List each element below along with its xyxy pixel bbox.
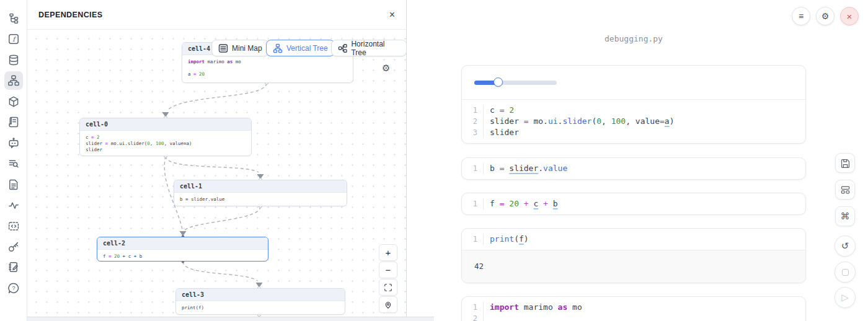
run-button[interactable]: ▷ (835, 287, 856, 308)
view-button-label: Horizontal Tree (351, 40, 400, 57)
edge-cell-0-to-cell-1 (166, 156, 259, 172)
tracing-icon (7, 199, 20, 211)
notebook-menu-button[interactable]: ≡ (792, 7, 810, 25)
dependency-graph-canvas[interactable]: cell-4import marimo as mo a = 20cell-0c … (27, 30, 407, 317)
code-token: , (601, 117, 611, 126)
sidebar-item-dependency-graph[interactable] (4, 71, 23, 90)
zoom-out-button[interactable]: − (379, 262, 397, 278)
b-cell[interactable]: 1b = slider.value (461, 157, 806, 180)
sidebar-item-notebook-edit[interactable] (4, 258, 23, 276)
print-cell[interactable]: 1print(f)42 (461, 228, 806, 283)
code-token: 100 (156, 141, 164, 146)
dependencies-title: DEPENDENCIES (38, 11, 102, 19)
sidebar-item-search-list[interactable] (4, 154, 23, 173)
code-token: a (188, 71, 193, 77)
code-token: = (91, 134, 97, 140)
notebook-settings-button[interactable]: ⚙ (816, 7, 835, 25)
code-token: = (108, 253, 114, 259)
graph-node-cell-0[interactable]: cell-0c = 2slider = mo.ui.slider(0, 100,… (79, 118, 252, 156)
horizontal-tree-icon (338, 43, 347, 53)
slider-cell[interactable]: 1c = 22slider = mo.ui.slider(0, 100, val… (461, 65, 806, 144)
center-view-button[interactable] (379, 296, 397, 313)
shutdown-button[interactable]: × (840, 7, 859, 25)
fit-view-button[interactable] (379, 279, 397, 296)
code-token: marimo (524, 302, 558, 312)
code-token: ui (548, 117, 558, 126)
sidebar-item-packages[interactable] (4, 92, 23, 111)
slider-track[interactable] (474, 81, 557, 85)
sidebar-item-file-tree[interactable] (4, 9, 23, 28)
code-text: import marimo as mo (483, 302, 582, 313)
sidebar-item-chat[interactable] (4, 134, 23, 152)
sidebar-item-variables[interactable]: f (4, 30, 23, 48)
code-token: 20 (509, 199, 523, 208)
graph-node-code: c = 2slider = mo.ui.slider(0, 100, value… (80, 131, 251, 156)
code-editor-area[interactable]: 1print(f) (462, 229, 805, 250)
code-editor-area[interactable]: 1b = slider.value (462, 158, 805, 179)
save-button[interactable] (835, 153, 855, 173)
code-token: 2 (509, 105, 514, 115)
sidebar-item-scratchpad[interactable] (4, 217, 23, 235)
code-token: 0 (596, 117, 601, 126)
sidebar-item-tracing[interactable] (4, 196, 23, 214)
code-line: 1c = 2 (462, 105, 805, 116)
code-token: ) (524, 234, 529, 244)
zoom-in-button[interactable]: + (379, 244, 397, 261)
code-token: slider (490, 117, 524, 126)
horizontal-tree-button[interactable]: Horizontal Tree (331, 40, 407, 56)
snippets-icon (7, 178, 20, 191)
code-token: ) (670, 117, 675, 126)
close-icon[interactable]: × (389, 10, 395, 20)
dependency-graph-icon (7, 74, 20, 87)
code-editor-area[interactable]: 1import marimo as mo2 (462, 297, 805, 321)
svg-text:f: f (12, 36, 17, 43)
code-token (538, 199, 543, 208)
secrets-icon (7, 240, 20, 253)
import-cell[interactable]: 1import marimo as mo2 (461, 296, 806, 321)
code-editor-area[interactable]: 1c = 22slider = mo.ui.slider(0, 100, val… (462, 100, 805, 143)
sidebar-item-snippets[interactable] (4, 175, 23, 194)
sidebar-item-secrets[interactable] (4, 237, 23, 256)
sidebar-item-logs[interactable] (4, 113, 23, 131)
logs-icon (7, 116, 20, 128)
minimap-icon (218, 43, 228, 53)
graph-node-title: cell-1 (174, 180, 347, 193)
code-token: = (500, 199, 510, 208)
line-number: 1 (462, 234, 483, 245)
code-token: 20 (114, 253, 120, 259)
mini-map-button[interactable]: Mini Map (211, 40, 269, 56)
dependencies-header: DEPENDENCIES × (27, 0, 406, 30)
sidebar-item-help[interactable]: ? (4, 279, 23, 297)
graph-node-cell-1[interactable]: cell-1b = slider.value (174, 180, 347, 206)
graph-node-cell-2[interactable]: cell-2f = 20 + c + b (97, 237, 268, 262)
code-token: f (490, 199, 500, 208)
code-text: f = 20 + c + b (483, 198, 558, 209)
interrupt-button[interactable] (835, 262, 856, 283)
undo-button[interactable]: ↺ (835, 235, 856, 257)
layout-button[interactable] (835, 180, 855, 200)
graph-node-code: b = slider.value (174, 193, 347, 206)
notebook-editor: debugging.py ≡⚙×1c = 22slider = mo.ui.sl… (407, 0, 868, 321)
file-tree-icon (7, 12, 20, 25)
fit-view-icon (384, 283, 392, 292)
slider-thumb[interactable] (494, 77, 503, 87)
shortcuts-button[interactable]: ⌘ (835, 206, 855, 226)
dependencies-panel: DEPENDENCIES × cell-4import marimo as mo… (27, 0, 407, 321)
sidebar-item-datasources[interactable] (4, 51, 23, 69)
code-line: 1import marimo as mo (462, 302, 805, 313)
view-button-label: Vertical Tree (286, 44, 328, 53)
graph-code-line: f = 20 + c + b (103, 253, 262, 260)
code-token: , (150, 141, 156, 146)
line-number: 1 (462, 198, 483, 209)
code-token: mo (533, 117, 543, 126)
vertical-tree-button[interactable]: Vertical Tree (266, 40, 335, 56)
code-line: 2slider = mo.ui.slider(0, 100, value=a) (462, 116, 805, 127)
code-token: ( (514, 234, 519, 244)
code-editor-area[interactable]: 1f = 20 + c + b (462, 193, 805, 214)
f-cell[interactable]: 1f = 20 + c + b (461, 193, 806, 215)
icon-sidebar: f? (0, 0, 27, 321)
graph-node-cell-3[interactable]: cell-3print(f) (175, 288, 345, 315)
gear-icon[interactable]: ⚙ (382, 63, 390, 74)
graph-code-line: slider = mo.ui.slider(0, 100, value=a) (86, 141, 246, 147)
code-token: mo.ui.slider( (111, 141, 148, 146)
